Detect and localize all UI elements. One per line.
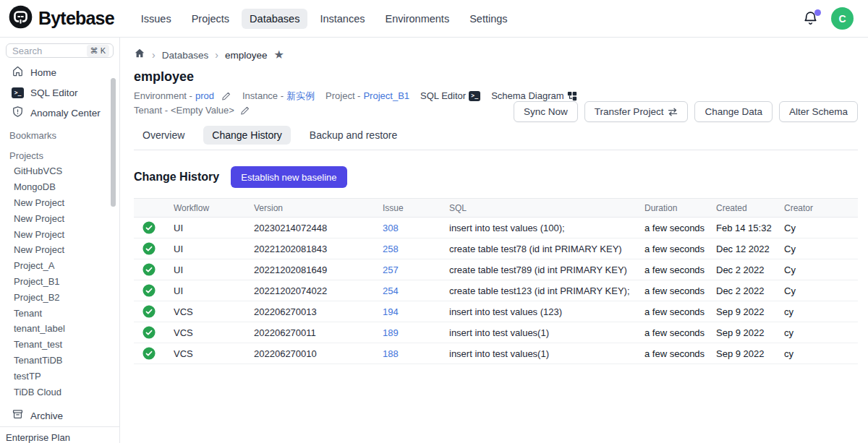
search-shortcut-badge: ⌘ K — [87, 45, 109, 57]
history-row[interactable]: VCS202206270013194insert into test value… — [134, 301, 858, 322]
status-done-icon — [142, 221, 156, 234]
instance-link[interactable]: 新实例 — [286, 89, 315, 103]
nav-item-instances[interactable]: Instances — [312, 9, 373, 29]
tab-backup-and-restore[interactable]: Backup and restore — [301, 126, 406, 145]
pencil-icon[interactable] — [240, 106, 250, 116]
history-row[interactable]: VCS202206270011189insert into test value… — [134, 322, 858, 343]
cell-sql: insert into test values (123) — [449, 301, 644, 322]
project-list: GitHubVCSMongoDBNew ProjectNew ProjectNe… — [0, 163, 119, 400]
breadcrumb-item-employee[interactable]: employee — [225, 50, 268, 61]
cell-issue-link[interactable]: 258 — [383, 238, 449, 259]
column-header: Duration — [644, 199, 716, 218]
tenant-label: Tenant - — [134, 103, 168, 117]
nav-item-settings[interactable]: Settings — [461, 9, 515, 29]
cell-version: 20221202074022 — [254, 280, 383, 301]
sidebar-item-project[interactable]: New Project — [0, 226, 119, 242]
top-nav-right: C — [802, 7, 854, 30]
sidebar-item-project[interactable]: GitHubVCS — [0, 163, 119, 179]
user-avatar[interactable]: C — [831, 7, 854, 30]
cell-duration: a few seconds — [644, 343, 716, 364]
column-header: Created — [716, 199, 784, 218]
cell-issue-link[interactable]: 308 — [383, 218, 449, 238]
cell-issue-link[interactable]: 254 — [383, 280, 449, 301]
sidebar-item-archive[interactable]: Archive — [0, 408, 119, 423]
cell-issue-link[interactable]: 194 — [383, 301, 449, 322]
history-row[interactable]: UI20221202081649257create table test789 … — [134, 259, 858, 280]
tab-overview[interactable]: Overview — [134, 126, 193, 145]
cell-issue-link[interactable]: 189 — [383, 322, 449, 343]
history-row[interactable]: UI20221202074022254create table test123 … — [134, 280, 858, 301]
sidebar-scrollbar[interactable] — [111, 78, 116, 207]
sidebar-item-project[interactable]: New Project — [0, 242, 119, 258]
history-row[interactable]: UI20221202081843258create table test78 (… — [134, 238, 858, 259]
sidebar-section-projects[interactable]: Projects — [0, 147, 119, 163]
shield-icon — [12, 106, 24, 120]
sidebar-item-anomaly-center[interactable]: Anomaly Center — [0, 103, 119, 123]
cell-version: 202206270010 — [254, 343, 383, 364]
transfer-arrows-icon — [668, 108, 678, 116]
sidebar-item-project[interactable]: tenant_label — [0, 321, 119, 337]
cell-issue-link[interactable]: 257 — [383, 259, 449, 280]
transfer-project-button[interactable]: Transfer Project — [584, 101, 689, 122]
sql-editor-shortcut[interactable]: SQL Editor >_ — [420, 89, 480, 103]
sidebar-item-project[interactable]: MongoDB — [0, 179, 119, 195]
bookmark-star-icon[interactable]: ★ — [273, 49, 284, 61]
column-header: Creator — [784, 199, 858, 218]
tab-change-history[interactable]: Change History — [203, 126, 291, 145]
tab-bar: OverviewChange HistoryBackup and restore — [134, 126, 858, 150]
sidebar-section-bookmarks[interactable]: Bookmarks — [0, 127, 119, 143]
sidebar-item-project[interactable]: Tenant — [0, 305, 119, 321]
sidebar-item-project[interactable]: Project_A — [0, 258, 119, 274]
cell-status — [134, 280, 174, 301]
cell-workflow: UI — [174, 218, 254, 238]
change-history-table: WorkflowVersionIssueSQLDurationCreatedCr… — [134, 198, 858, 364]
environment-link[interactable]: prod — [195, 89, 214, 103]
brand-name: Bytebase — [38, 8, 114, 29]
sidebar-item-label: Anomaly Center — [30, 108, 101, 119]
sidebar-item-project[interactable]: TiDB Cloud — [0, 384, 119, 400]
bytebase-logo[interactable]: Bytebase — [9, 5, 114, 32]
history-row[interactable]: VCS202206270010188insert into test value… — [134, 343, 858, 364]
cell-creator: cy — [784, 301, 858, 322]
nav-item-issues[interactable]: Issues — [133, 9, 179, 29]
column-header: Version — [254, 199, 383, 218]
sidebar-item-project[interactable]: New Project — [0, 195, 119, 211]
cell-issue-link[interactable]: 188 — [383, 343, 449, 364]
archive-icon — [12, 408, 24, 423]
history-row[interactable]: UI20230214072448308insert into test valu… — [134, 218, 858, 238]
nav-item-projects[interactable]: Projects — [184, 9, 237, 29]
search-input[interactable]: Search ⌘ K — [6, 43, 114, 58]
sidebar-item-project[interactable]: testTP — [0, 368, 119, 384]
sidebar-item-project[interactable]: Project_B1 — [0, 274, 119, 290]
sidebar-item-project[interactable]: Project_B2 — [0, 289, 119, 305]
instance-label: Instance - — [242, 89, 284, 103]
sidebar-item-project[interactable]: TenantTiDB — [0, 353, 119, 369]
sidebar-item-label: Archive — [30, 410, 63, 421]
sync-now-button[interactable]: Sync Now — [514, 101, 578, 122]
sidebar-item-project[interactable]: Tenant_test — [0, 337, 119, 353]
sidebar-item-home[interactable]: Home — [0, 62, 119, 82]
change-data-button[interactable]: Change Data — [694, 101, 773, 122]
pencil-icon[interactable] — [221, 91, 231, 101]
breadcrumb-home-icon[interactable] — [134, 48, 145, 62]
status-done-icon — [142, 284, 156, 297]
cell-status — [134, 301, 174, 322]
nav-item-environments[interactable]: Environments — [378, 9, 458, 29]
status-done-icon — [142, 326, 156, 339]
main-content: › Databases › employee ★ employee Enviro… — [120, 38, 868, 443]
sidebar-item-project[interactable]: New Project — [0, 210, 119, 226]
alter-schema-button[interactable]: Alter Schema — [779, 101, 858, 122]
nav-item-databases[interactable]: Databases — [242, 9, 307, 29]
environment-label: Environment - — [134, 89, 192, 103]
cell-duration: a few seconds — [644, 238, 716, 259]
breadcrumb: › Databases › employee ★ — [134, 46, 858, 64]
cell-workflow: UI — [174, 259, 254, 280]
cell-version: 20230214072448 — [254, 218, 383, 238]
breadcrumb-item-databases[interactable]: Databases — [162, 50, 209, 61]
establish-baseline-button[interactable]: Establish new baseline — [231, 166, 346, 188]
notifications-bell-icon[interactable] — [802, 10, 820, 27]
sidebar-item-sql-editor[interactable]: >_ SQL Editor — [0, 82, 119, 103]
cell-creator: Cy — [784, 280, 858, 301]
project-label: Project - — [326, 89, 360, 103]
project-link[interactable]: Project_B1 — [363, 89, 409, 103]
